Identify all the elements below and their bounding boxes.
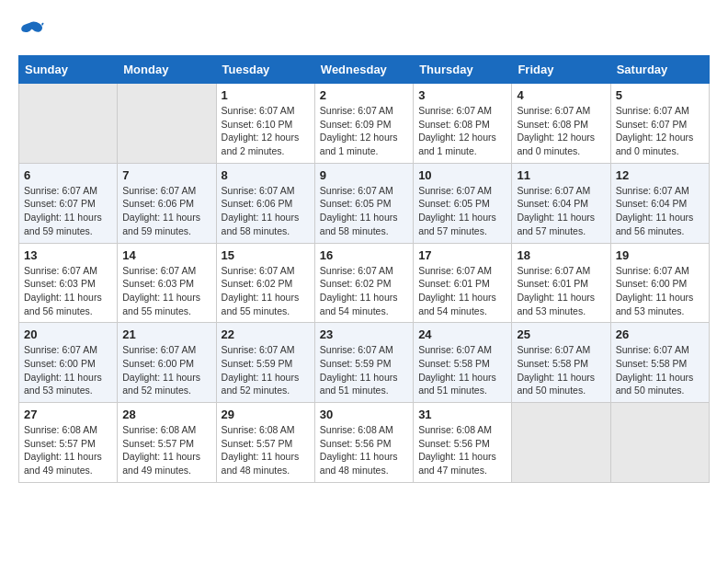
- day-number: 23: [320, 327, 408, 341]
- day-number: 9: [320, 168, 408, 182]
- day-number: 11: [517, 168, 605, 182]
- cell-detail: Sunrise: 6:07 AMSunset: 6:07 PMDaylight:…: [24, 184, 112, 238]
- calendar-week-row: 20Sunrise: 6:07 AMSunset: 6:00 PMDayligh…: [19, 323, 710, 403]
- calendar-cell: 6Sunrise: 6:07 AMSunset: 6:07 PMDaylight…: [19, 163, 118, 243]
- cell-detail: Sunrise: 6:07 AMSunset: 6:01 PMDaylight:…: [418, 264, 506, 318]
- cell-detail: Sunrise: 6:07 AMSunset: 5:58 PMDaylight:…: [616, 343, 704, 397]
- calendar-cell: 28Sunrise: 6:08 AMSunset: 5:57 PMDayligh…: [118, 403, 216, 483]
- day-header-monday: Monday: [118, 56, 216, 84]
- calendar-cell: 30Sunrise: 6:08 AMSunset: 5:56 PMDayligh…: [314, 403, 413, 483]
- cell-detail: Sunrise: 6:07 AMSunset: 6:04 PMDaylight:…: [517, 184, 605, 238]
- calendar-cell: 24Sunrise: 6:07 AMSunset: 5:58 PMDayligh…: [414, 323, 512, 403]
- day-number: 26: [616, 327, 704, 341]
- day-number: 20: [24, 327, 112, 341]
- calendar-cell: 20Sunrise: 6:07 AMSunset: 6:00 PMDayligh…: [19, 323, 118, 403]
- cell-detail: Sunrise: 6:07 AMSunset: 6:08 PMDaylight:…: [517, 104, 605, 158]
- cell-detail: Sunrise: 6:07 AMSunset: 6:06 PMDaylight:…: [122, 184, 210, 238]
- cell-detail: Sunrise: 6:08 AMSunset: 5:57 PMDaylight:…: [222, 423, 310, 477]
- day-number: 14: [122, 248, 210, 262]
- calendar-cell: 5Sunrise: 6:07 AMSunset: 6:07 PMDaylight…: [610, 84, 709, 164]
- calendar-cell: 12Sunrise: 6:07 AMSunset: 6:04 PMDayligh…: [610, 163, 709, 243]
- day-number: 8: [222, 168, 310, 182]
- calendar-cell: [118, 84, 216, 164]
- calendar-cell: 21Sunrise: 6:07 AMSunset: 6:00 PMDayligh…: [118, 323, 216, 403]
- calendar-cell: 31Sunrise: 6:08 AMSunset: 5:56 PMDayligh…: [414, 403, 512, 483]
- calendar-week-row: 27Sunrise: 6:08 AMSunset: 5:57 PMDayligh…: [19, 403, 710, 483]
- calendar-cell: 18Sunrise: 6:07 AMSunset: 6:01 PMDayligh…: [512, 243, 610, 323]
- day-number: 2: [320, 88, 408, 102]
- day-number: 17: [418, 248, 506, 262]
- cell-detail: Sunrise: 6:07 AMSunset: 6:00 PMDaylight:…: [122, 343, 210, 397]
- calendar-cell: 7Sunrise: 6:07 AMSunset: 6:06 PMDaylight…: [118, 163, 216, 243]
- day-number: 22: [222, 327, 310, 341]
- day-number: 1: [222, 88, 310, 102]
- cell-detail: Sunrise: 6:07 AMSunset: 5:58 PMDaylight:…: [517, 343, 605, 397]
- day-header-saturday: Saturday: [610, 56, 709, 84]
- cell-detail: Sunrise: 6:07 AMSunset: 6:06 PMDaylight:…: [222, 184, 310, 238]
- day-number: 10: [418, 168, 506, 182]
- day-number: 27: [24, 408, 112, 421]
- day-header-thursday: Thursday: [414, 56, 512, 84]
- calendar-cell: 8Sunrise: 6:07 AMSunset: 6:06 PMDaylight…: [216, 163, 314, 243]
- cell-detail: Sunrise: 6:07 AMSunset: 6:03 PMDaylight:…: [24, 264, 112, 318]
- day-number: 29: [222, 408, 310, 421]
- calendar-cell: 2Sunrise: 6:07 AMSunset: 6:09 PMDaylight…: [314, 84, 413, 164]
- day-header-sunday: Sunday: [19, 56, 118, 84]
- calendar-cell: 19Sunrise: 6:07 AMSunset: 6:00 PMDayligh…: [610, 243, 709, 323]
- cell-detail: Sunrise: 6:07 AMSunset: 5:58 PMDaylight:…: [418, 343, 506, 397]
- cell-detail: Sunrise: 6:07 AMSunset: 6:05 PMDaylight:…: [418, 184, 506, 238]
- day-number: 15: [222, 248, 310, 262]
- calendar-cell: 17Sunrise: 6:07 AMSunset: 6:01 PMDayligh…: [414, 243, 512, 323]
- day-number: 12: [616, 168, 704, 182]
- calendar-header-row: SundayMondayTuesdayWednesdayThursdayFrid…: [19, 56, 710, 84]
- day-number: 5: [616, 88, 704, 102]
- calendar-week-row: 13Sunrise: 6:07 AMSunset: 6:03 PMDayligh…: [19, 243, 710, 323]
- calendar-cell: 13Sunrise: 6:07 AMSunset: 6:03 PMDayligh…: [19, 243, 118, 323]
- calendar-cell: 16Sunrise: 6:07 AMSunset: 6:02 PMDayligh…: [314, 243, 413, 323]
- day-number: 30: [320, 408, 408, 421]
- cell-detail: Sunrise: 6:07 AMSunset: 6:03 PMDaylight:…: [122, 264, 210, 318]
- calendar-cell: 10Sunrise: 6:07 AMSunset: 6:05 PMDayligh…: [414, 163, 512, 243]
- day-number: 6: [24, 168, 112, 182]
- cell-detail: Sunrise: 6:08 AMSunset: 5:56 PMDaylight:…: [418, 423, 506, 477]
- day-number: 13: [24, 248, 112, 262]
- cell-detail: Sunrise: 6:07 AMSunset: 6:07 PMDaylight:…: [616, 104, 704, 158]
- cell-detail: Sunrise: 6:08 AMSunset: 5:56 PMDaylight:…: [320, 423, 408, 477]
- day-number: 19: [616, 248, 704, 262]
- logo: [18, 18, 48, 40]
- calendar-cell: 11Sunrise: 6:07 AMSunset: 6:04 PMDayligh…: [512, 163, 610, 243]
- day-header-tuesday: Tuesday: [216, 56, 314, 84]
- day-number: 28: [122, 408, 210, 421]
- day-header-friday: Friday: [512, 56, 610, 84]
- cell-detail: Sunrise: 6:07 AMSunset: 6:00 PMDaylight:…: [24, 343, 112, 397]
- cell-detail: Sunrise: 6:07 AMSunset: 6:10 PMDaylight:…: [222, 104, 310, 158]
- calendar-table: SundayMondayTuesdayWednesdayThursdayFrid…: [18, 55, 710, 483]
- calendar-week-row: 1Sunrise: 6:07 AMSunset: 6:10 PMDaylight…: [19, 84, 710, 164]
- calendar-cell: 1Sunrise: 6:07 AMSunset: 6:10 PMDaylight…: [216, 84, 314, 164]
- calendar-cell: 29Sunrise: 6:08 AMSunset: 5:57 PMDayligh…: [216, 403, 314, 483]
- day-number: 3: [418, 88, 506, 102]
- calendar-cell: 3Sunrise: 6:07 AMSunset: 6:08 PMDaylight…: [414, 84, 512, 164]
- calendar-cell: 25Sunrise: 6:07 AMSunset: 5:58 PMDayligh…: [512, 323, 610, 403]
- day-number: 16: [320, 248, 408, 262]
- calendar-week-row: 6Sunrise: 6:07 AMSunset: 6:07 PMDaylight…: [19, 163, 710, 243]
- cell-detail: Sunrise: 6:07 AMSunset: 6:02 PMDaylight:…: [222, 264, 310, 318]
- cell-detail: Sunrise: 6:07 AMSunset: 6:08 PMDaylight:…: [418, 104, 506, 158]
- day-number: 24: [418, 327, 506, 341]
- cell-detail: Sunrise: 6:08 AMSunset: 5:57 PMDaylight:…: [122, 423, 210, 477]
- page-header: [18, 18, 710, 40]
- calendar-cell: 9Sunrise: 6:07 AMSunset: 6:05 PMDaylight…: [314, 163, 413, 243]
- cell-detail: Sunrise: 6:07 AMSunset: 6:04 PMDaylight:…: [616, 184, 704, 238]
- calendar-cell: 23Sunrise: 6:07 AMSunset: 5:59 PMDayligh…: [314, 323, 413, 403]
- day-number: 25: [517, 327, 605, 341]
- calendar-cell: [610, 403, 709, 483]
- cell-detail: Sunrise: 6:07 AMSunset: 6:01 PMDaylight:…: [517, 264, 605, 318]
- day-number: 4: [517, 88, 605, 102]
- cell-detail: Sunrise: 6:07 AMSunset: 6:02 PMDaylight:…: [320, 264, 408, 318]
- day-number: 31: [418, 408, 506, 421]
- cell-detail: Sunrise: 6:07 AMSunset: 5:59 PMDaylight:…: [222, 343, 310, 397]
- calendar-cell: 26Sunrise: 6:07 AMSunset: 5:58 PMDayligh…: [610, 323, 709, 403]
- cell-detail: Sunrise: 6:08 AMSunset: 5:57 PMDaylight:…: [24, 423, 112, 477]
- calendar-cell: 22Sunrise: 6:07 AMSunset: 5:59 PMDayligh…: [216, 323, 314, 403]
- calendar-cell: 15Sunrise: 6:07 AMSunset: 6:02 PMDayligh…: [216, 243, 314, 323]
